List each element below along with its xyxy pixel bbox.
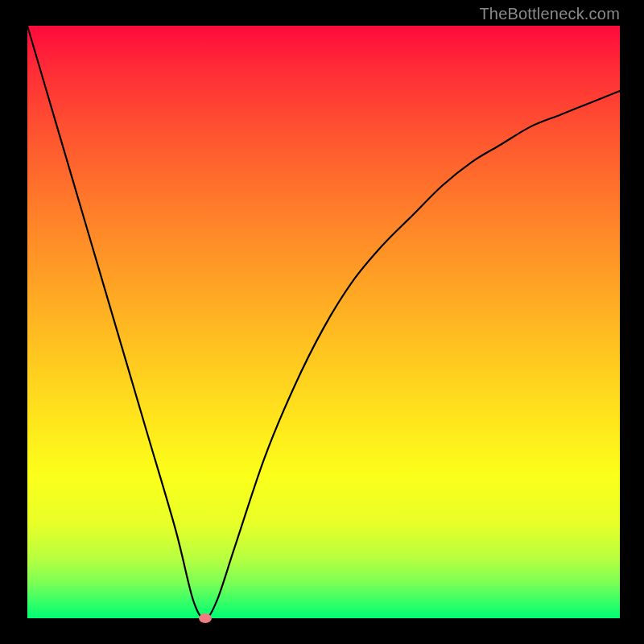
- bottleneck-curve: [27, 26, 620, 618]
- optimal-point-marker: [199, 613, 212, 623]
- plot-area: [27, 26, 620, 618]
- watermark-text: TheBottleneck.com: [479, 5, 620, 23]
- chart-frame: TheBottleneck.com: [0, 0, 644, 644]
